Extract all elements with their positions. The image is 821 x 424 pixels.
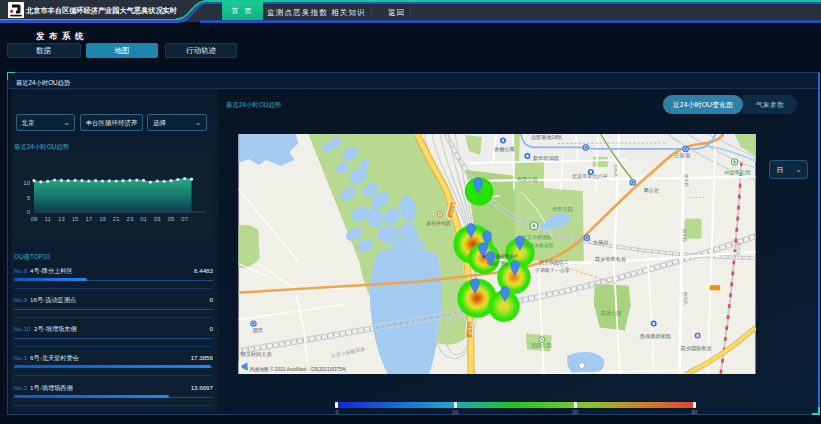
svg-text:独义村回王房: 独义村回王房 [241,350,272,357]
svg-text:03: 03 [154,216,161,222]
svg-text:23: 23 [127,216,134,222]
svg-text:01: 01 [140,216,147,222]
svg-text:迴田: 迴田 [253,326,263,332]
svg-text:11: 11 [45,216,52,222]
svg-text:樊羊路: 樊羊路 [682,228,687,242]
svg-text:占鼠宿: 占鼠宿 [675,151,691,157]
svg-text:紫谷伊甸园: 紫谷伊甸园 [426,219,451,226]
svg-text:19: 19 [99,216,106,222]
svg-text:花乡世界名居: 花乡世界名居 [595,255,626,262]
svg-text:09: 09 [31,216,38,222]
svg-text:高香公园: 高香公园 [601,309,622,316]
svg-text:子弟第十一小学: 子弟第十一小学 [535,267,570,274]
svg-text:香榭公寓: 香榭公寓 [494,146,515,152]
svg-text:樊羊路: 樊羊路 [684,173,689,187]
svg-text:0: 0 [27,209,31,215]
svg-text:10: 10 [23,180,30,186]
svg-text:攀公佐: 攀公佐 [644,187,659,193]
svg-text:13: 13 [58,216,65,222]
svg-text:5: 5 [27,195,31,201]
svg-text:21: 21 [113,216,120,222]
svg-text:15: 15 [72,216,79,222]
svg-text:北京铁路职工: 北京铁路职工 [539,258,569,265]
svg-text:17: 17 [85,216,92,222]
svg-text:07: 07 [181,216,188,222]
svg-text:恳保康闵家园: 恳保康闵家园 [639,332,671,339]
svg-text:白盆窑公园: 白盆窑公园 [725,168,751,175]
svg-text:丰科路: 丰科路 [613,163,619,177]
svg-text:高尔夫俱乐部: 高尔夫俱乐部 [524,241,554,248]
svg-text:新华双加园: 新华双加园 [533,154,559,161]
svg-text:世界公园: 世界公园 [552,205,573,212]
svg-text:花乡国际家居: 花乡国际家居 [681,344,712,351]
svg-text:大葆台: 大葆台 [593,238,609,245]
svg-text:樊羊路: 樊羊路 [683,291,688,305]
svg-text:总部基地18区: 总部基地18区 [530,134,563,141]
svg-text:北京华侨国际: 北京华侨国际 [522,233,552,240]
svg-text:御景公园: 御景公园 [516,175,538,182]
svg-text:05: 05 [168,216,175,222]
svg-text:南五环: 南五环 [468,322,474,336]
svg-text:高德地图 © 2021 AutoNavi - GS(2021: 高德地图 © 2021 AutoNavi - GS(2021)6375号 [250,365,347,372]
